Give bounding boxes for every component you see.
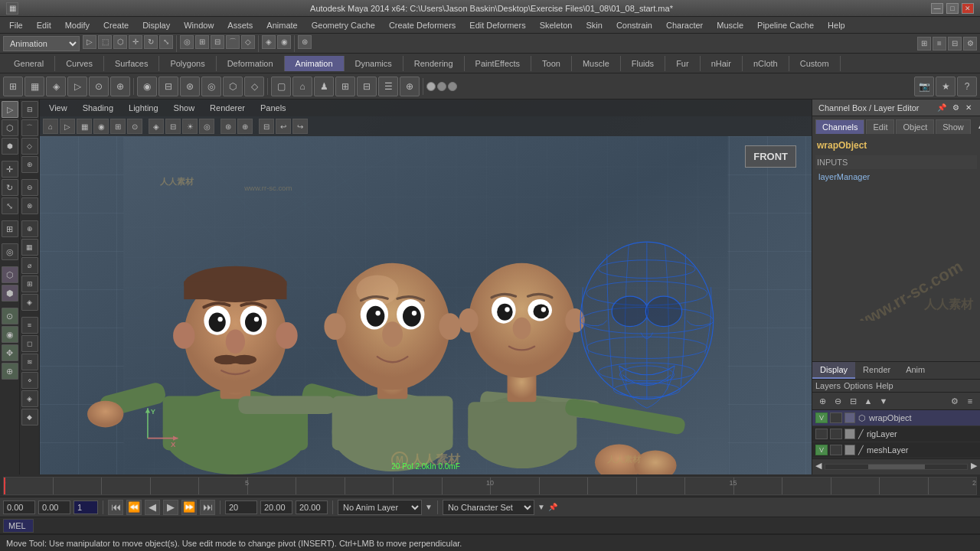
menu-item-skeleton[interactable]: Skeleton <box>534 19 579 31</box>
layer-vis-mesh[interactable]: V <box>815 445 828 455</box>
shelf-icon-13[interactable]: ▢ <box>271 77 291 96</box>
module-tab-general[interactable]: General <box>3 56 55 71</box>
maximize-button[interactable]: □ <box>946 3 959 14</box>
scale-button[interactable]: ⤡ <box>2 197 18 214</box>
help-subtab[interactable]: Help <box>876 381 893 390</box>
menu-item-create[interactable]: Create <box>97 19 135 31</box>
char-set-selector[interactable]: No Character Set <box>443 500 534 515</box>
module-tab-toon[interactable]: Toon <box>531 56 572 71</box>
module-tab-dynamics[interactable]: Dynamics <box>345 56 403 71</box>
layer-vis-rig[interactable] <box>815 429 828 439</box>
module-tab-fur[interactable]: Fur <box>665 56 701 71</box>
vp-resolution-icon[interactable]: ⊟ <box>259 119 274 134</box>
layer-sort-icon[interactable]: ≡ <box>963 394 977 408</box>
attribute-editor-icon[interactable]: ⊟ <box>948 37 962 51</box>
new-layer-icon[interactable]: ⊕ <box>815 394 829 408</box>
shelf-icon-1[interactable]: ⊞ <box>3 77 23 96</box>
sculpt-button[interactable]: ◈ <box>21 294 38 311</box>
display-settings-icon[interactable]: ⊛ <box>298 35 312 49</box>
tool-settings-icon[interactable]: ⚙ <box>963 37 977 51</box>
vp-xray-icon[interactable]: ⊕ <box>237 119 253 134</box>
show-tab[interactable]: Show <box>936 119 971 134</box>
menu-item-assets[interactable]: Assets <box>221 19 259 31</box>
hide-manip-button[interactable]: ⬢ <box>2 285 18 302</box>
rp-close-icon[interactable]: ✕ <box>963 103 974 112</box>
end-frame-field[interactable] <box>260 500 292 514</box>
lasso-tool-button[interactable]: ⬢ <box>2 138 18 155</box>
shelf-icon-10[interactable]: ◎ <box>201 77 221 96</box>
universal-manip-button[interactable]: ⊞ <box>2 220 18 237</box>
module-tab-painteffects[interactable]: PaintEffects <box>465 56 532 71</box>
module-tab-animation[interactable]: Animation <box>285 56 345 71</box>
3d-viewport[interactable]: View Shading Lighting Show Renderer Pane… <box>40 99 812 474</box>
go-to-start-button[interactable]: ⏮ <box>108 500 123 515</box>
vp-shading-menu[interactable]: Shading <box>77 102 119 114</box>
module-tab-rendering[interactable]: Rendering <box>403 56 465 71</box>
layers-subtab[interactable]: Layers <box>815 381 841 390</box>
rotate-tool-icon[interactable]: ↻ <box>144 35 158 49</box>
menu-item-file[interactable]: File <box>3 19 29 31</box>
menu-item-modify[interactable]: Modify <box>59 19 96 31</box>
shelf-icon-9[interactable]: ⊛ <box>180 77 200 96</box>
vp-cam-icon[interactable]: ⊙ <box>127 119 142 134</box>
menu-item-pipeline-cache[interactable]: Pipeline Cache <box>751 19 820 31</box>
shelf-icon-8[interactable]: ⊟ <box>158 77 178 96</box>
vp-texture-icon[interactable]: ⊟ <box>165 119 181 134</box>
render-tab[interactable]: Render <box>855 362 898 379</box>
vp-wireframe-icon[interactable]: ▦ <box>77 119 92 134</box>
timeline-ruler[interactable]: 05101520 <box>3 477 977 495</box>
channels-tab[interactable]: Channels <box>815 119 864 134</box>
shelf-icon-4[interactable]: ▷ <box>67 77 87 96</box>
menu-item-display[interactable]: Display <box>136 19 176 31</box>
shelf-icon-12[interactable]: ◇ <box>244 77 264 96</box>
animation-mode-selector[interactable]: Animation <box>3 36 80 51</box>
ipr-icon[interactable]: ◉ <box>277 35 291 49</box>
menu-item-help[interactable]: Help <box>822 19 851 31</box>
play-forward-button[interactable]: ▶ <box>163 500 178 515</box>
snap-grid-button[interactable]: ⊟ <box>21 101 38 118</box>
module-tab-deformation[interactable]: Deformation <box>217 56 285 71</box>
menu-item-skin[interactable]: Skin <box>580 19 608 31</box>
snap-point-icon[interactable]: ◇ <box>241 35 255 49</box>
module-tab-surfaces[interactable]: Surfaces <box>104 56 159 71</box>
select-tool-icon[interactable]: ▷ <box>83 35 96 49</box>
cb-layer-manager-attr[interactable]: layerManager <box>815 171 977 183</box>
lattice-icon[interactable]: ⊞ <box>195 35 209 49</box>
menu-item-edit[interactable]: Edit <box>31 19 57 31</box>
move-layer-down-icon[interactable]: ▼ <box>877 394 890 408</box>
vp-renderer-menu[interactable]: Renderer <box>204 102 251 114</box>
module-tab-polygons[interactable]: Polygons <box>159 56 216 71</box>
snap-curve-button[interactable]: ⌒ <box>21 119 38 136</box>
module-tab-fluids[interactable]: Fluids <box>621 56 665 71</box>
shelf-icon-14[interactable]: ⌂ <box>292 77 312 96</box>
show-manip-button[interactable]: ⬡ <box>2 266 18 283</box>
set-key-button[interactable]: ⋄ <box>21 372 38 389</box>
step-back-button[interactable]: ⏪ <box>126 500 142 515</box>
rp-pin-icon[interactable]: 📌 <box>935 103 949 112</box>
inbetween-button[interactable]: ◆ <box>21 409 38 425</box>
play-back-button[interactable]: ◀ <box>145 500 160 515</box>
layer-options-icon[interactable]: ⚙ <box>948 394 962 408</box>
mel-label[interactable]: MEL <box>3 519 34 533</box>
module-tab-nhair[interactable]: nHair <box>701 56 743 71</box>
vp-lighting-menu[interactable]: Lighting <box>122 102 165 114</box>
pan-button[interactable]: ✥ <box>2 344 18 361</box>
vp-view-menu[interactable]: View <box>43 102 74 114</box>
layer-vis-wrap[interactable]: V <box>815 412 828 423</box>
camera-tool-button[interactable]: ⊙ <box>2 308 18 324</box>
shelf-icon-17[interactable]: ⊟ <box>357 77 377 96</box>
dolly-button[interactable]: ⊕ <box>2 363 18 380</box>
ik-handle-button[interactable]: ⊖ <box>21 179 38 196</box>
shelf-icon-2[interactable]: ▦ <box>24 77 44 96</box>
move-button[interactable]: ✛ <box>2 161 18 178</box>
rotate-button[interactable]: ↻ <box>2 179 18 196</box>
playhead[interactable] <box>4 478 5 494</box>
vp-shading-icon[interactable]: ◈ <box>149 119 164 134</box>
layer-scroll-right-icon[interactable]: ▶ <box>971 461 977 473</box>
menu-item-constrain[interactable]: Constrain <box>610 19 658 31</box>
anim-layer-dropdown-icon[interactable]: ▼ <box>425 503 433 511</box>
module-tab-muscle[interactable]: Muscle <box>572 56 621 71</box>
vp-select-icon[interactable]: ▷ <box>60 119 75 134</box>
edit-tab[interactable]: Edit <box>866 119 894 134</box>
layer-membership-icon[interactable]: ⊟ <box>846 394 860 408</box>
